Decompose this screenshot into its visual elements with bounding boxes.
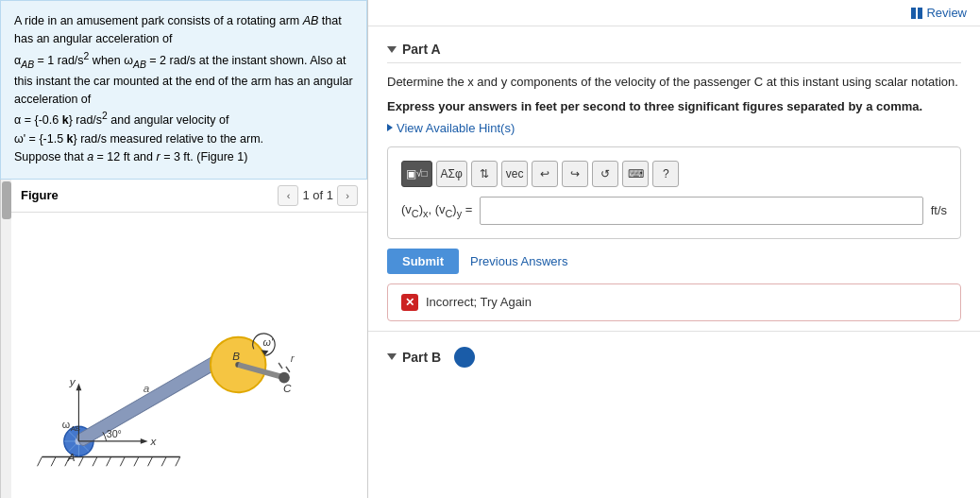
part-a-header[interactable]: Part A [387, 36, 961, 63]
action-row: Submit Previous Answers [387, 249, 961, 274]
problem-text: A ride in an amusement park consists of … [0, 0, 367, 180]
svg-text:ω': ω' [263, 336, 274, 348]
svg-text:a: a [144, 382, 150, 394]
hint-arrow-icon [387, 124, 393, 131]
figure-diagram: A B [11, 213, 367, 498]
input-row: (vC)x, (vC)y = ft/s [401, 197, 947, 225]
review-icon [911, 8, 922, 19]
toolbar-greek-btn[interactable]: ΑΣφ [436, 161, 467, 187]
part-a-collapse-icon [387, 46, 397, 53]
toolbar-matrix-btn[interactable]: ▣√□ [401, 161, 432, 187]
part-a-section: Part A Determine the x and y components … [368, 26, 980, 331]
part-a-instruction: Express your answers in feet per second … [387, 99, 961, 113]
part-a-question: Determine the x and y components of the … [387, 73, 961, 92]
review-label: Review [926, 6, 967, 20]
part-b-header[interactable]: Part B [387, 341, 961, 373]
figure-next-button[interactable]: › [337, 185, 358, 206]
scrollbar-track[interactable] [0, 180, 11, 498]
svg-rect-0 [14, 213, 364, 498]
svg-text:30°: 30° [107, 428, 122, 439]
input-math-label: (vC)x, (vC)y = [401, 202, 472, 219]
part-b-status-circle [454, 347, 475, 368]
svg-text:A: A [67, 451, 76, 463]
toolbar-keyboard-btn[interactable]: ⌨ [622, 161, 649, 187]
toolbar-redo-btn[interactable]: ↪ [562, 161, 588, 187]
toolbar-undo-btn[interactable]: ↩ [532, 161, 558, 187]
hint-link[interactable]: View Available Hint(s) [387, 121, 961, 135]
toolbar: ▣√□ ΑΣφ ⇅ vec ↩ ↪ ↺ ⌨ ? [401, 161, 947, 187]
answer-input[interactable] [480, 197, 922, 225]
toolbar-help-btn[interactable]: ? [652, 161, 679, 187]
toolbar-vec-btn[interactable]: vec [501, 161, 529, 187]
review-link[interactable]: Review [911, 6, 967, 20]
svg-text:C: C [283, 382, 292, 394]
right-panel: Review Part A Determine the x and y comp… [368, 0, 980, 498]
svg-text:x: x [150, 434, 158, 446]
figure-nav: ‹ 1 of 1 › [278, 185, 358, 206]
unit-label: ft/s [931, 203, 947, 217]
part-b-label: Part B [402, 350, 441, 365]
toolbar-arrows-btn[interactable]: ⇅ [471, 161, 498, 187]
figure-header: Figure ‹ 1 of 1 › [11, 180, 367, 213]
figure-page-indicator: 1 of 1 [302, 188, 333, 202]
incorrect-text: Incorrect; Try Again [426, 295, 532, 309]
incorrect-box: ✕ Incorrect; Try Again [387, 283, 961, 321]
review-bar: Review [368, 0, 980, 26]
svg-text:AB: AB [71, 424, 80, 433]
part-b-section: Part B [368, 331, 980, 383]
figure-prev-button[interactable]: ‹ [278, 185, 298, 206]
scrollbar-thumb[interactable] [2, 181, 11, 219]
incorrect-icon: ✕ [401, 294, 418, 311]
toolbar-reset-btn[interactable]: ↺ [592, 161, 618, 187]
answer-box: ▣√□ ΑΣφ ⇅ vec ↩ ↪ ↺ ⌨ ? (vC)x, (vC)y = f… [387, 146, 961, 239]
svg-text:y: y [69, 375, 76, 387]
part-a-label: Part A [402, 42, 441, 57]
svg-text:B: B [232, 350, 240, 362]
figure-title: Figure [21, 188, 270, 202]
svg-text:ω: ω [62, 419, 70, 430]
problem-statement: A ride in an amusement park consists of … [14, 14, 353, 163]
hint-label: View Available Hint(s) [397, 121, 515, 135]
figure-canvas: A B [11, 213, 367, 498]
submit-button[interactable]: Submit [387, 249, 459, 274]
prev-answers-link[interactable]: Previous Answers [470, 254, 567, 268]
part-b-collapse-icon [387, 353, 397, 360]
